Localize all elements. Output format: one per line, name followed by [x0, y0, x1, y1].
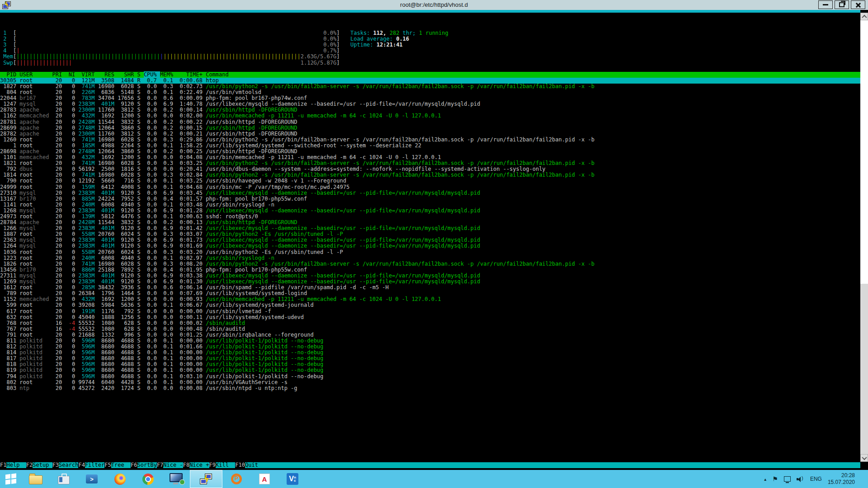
server-manager-icon [58, 476, 70, 484]
fkey-F2[interactable]: F2 [26, 462, 33, 468]
start-button[interactable] [0, 470, 22, 488]
fkey-label-F7[interactable]: Nice - [163, 462, 183, 468]
swap-meter: Swp[||||||||||||||||| 1.12G/5.87G] [0, 60, 860, 66]
minimize-icon [823, 4, 828, 5]
putty-icon: ϟ [199, 473, 213, 485]
fkey-F3[interactable]: F3 [52, 462, 59, 468]
fkey-label-F5[interactable]: Tree [111, 462, 131, 468]
taskbar-item-powershell[interactable]: > [78, 470, 106, 488]
chevron-down-icon [862, 455, 867, 460]
tray-overflow-button[interactable]: ▴ [764, 477, 766, 482]
powershell-icon: > [86, 474, 98, 483]
fkey-F6[interactable]: F6 [131, 462, 137, 468]
acrobat-icon: A [259, 474, 270, 484]
fkey-label-F8[interactable]: Nice + [189, 462, 209, 468]
taskbar-item-acrobat[interactable]: A [250, 470, 278, 488]
terminal-screen[interactable]: 1 [ 0.0%] 2 [ [0, 13, 868, 470]
remote-desktop-icon [170, 473, 183, 482]
taskbar-clock[interactable]: 20:28 15.07.2020 [828, 472, 855, 486]
process-row[interactable]: 803 ntp 20 0 45272 2420 1724 S 0.0 0.0 0… [0, 385, 860, 391]
scroll-down-button[interactable] [860, 454, 868, 462]
scroll-up-button[interactable] [860, 13, 868, 20]
fkey-F8[interactable]: F8 [183, 462, 189, 468]
taskbar-item-file-explorer[interactable] [22, 470, 50, 488]
chevron-up-icon [862, 14, 867, 19]
putty-titlebar[interactable]: ϟ root@br:/etc/httpd/vhost.d [0, 0, 868, 10]
system-tray: ▴ ⚑ ) ENG 20:28 15.07.2020 [764, 470, 868, 488]
fkey-F9[interactable]: F9 [209, 462, 216, 468]
taskbar-item-poweriso[interactable] [222, 470, 250, 488]
clock-date: 15.07.2020 [828, 479, 855, 486]
windows-logo-icon [5, 474, 16, 485]
poweriso-icon [231, 474, 242, 484]
fkey-label-F1[interactable]: Help [6, 462, 26, 468]
scrollbar-thumb[interactable] [860, 284, 868, 454]
fkey-label-F2[interactable]: Setup [33, 462, 52, 468]
minimize-button[interactable] [818, 0, 833, 9]
windows-taskbar: > ϟ A Vnc ▴ ⚑ ) ENG 20:28 15.07.2020 [0, 470, 868, 488]
taskbar-item-remote-desktop[interactable] [162, 470, 190, 488]
close-button[interactable] [851, 0, 865, 9]
taskbar-item-firefox[interactable] [106, 470, 134, 488]
sort-column-cpu: CPU% [144, 71, 160, 78]
taskbar-item-putty-active[interactable]: ϟ [190, 470, 222, 488]
fkey-F10[interactable]: F10 [235, 462, 245, 468]
language-indicator[interactable]: ENG [810, 476, 822, 482]
chrome-icon [142, 474, 154, 485]
fkey-label-F6[interactable]: SortBy [137, 462, 157, 468]
clock-time: 20:28 [828, 472, 855, 479]
fkey-label-F4[interactable]: Filter [85, 462, 104, 468]
network-icon[interactable] [784, 476, 791, 482]
function-bar-fill [264, 462, 860, 468]
firefox-icon [114, 474, 126, 485]
fkey-label-F9[interactable]: Kill [216, 462, 235, 468]
taskbar-item-chrome[interactable] [134, 470, 162, 488]
fkey-label-F10[interactable]: Quit [245, 462, 264, 468]
fkey-F7[interactable]: F7 [157, 462, 163, 468]
file-explorer-icon [29, 475, 42, 484]
restore-icon [839, 2, 844, 7]
htop-output: 1 [ 0.0%] 2 [ [0, 24, 860, 391]
fkey-F5[interactable]: F5 [104, 462, 111, 468]
fkey-label-F3[interactable]: Search [59, 462, 78, 468]
uptime: Uptime: 12:21:41 [350, 42, 448, 48]
fkey-F1[interactable]: F1 [0, 462, 6, 468]
window-title: root@br:/etc/httpd/vhost.d [0, 1, 868, 8]
volume-icon[interactable]: ) [797, 476, 804, 482]
taskbar-item-server-manager[interactable] [50, 470, 78, 488]
terminal-scrollbar[interactable] [860, 13, 868, 462]
close-icon [855, 2, 861, 8]
restore-button[interactable] [835, 0, 849, 9]
htop-function-bar: F1Help F2Setup F3SearchF4FilterF5Tree F6… [0, 462, 860, 468]
vnc-icon: Vnc [287, 473, 298, 485]
htop-summary-right: Tasks: 112, 282 thr; 1 runningLoad avera… [350, 30, 448, 48]
taskbar-item-vnc[interactable]: Vnc [278, 470, 307, 488]
action-center-flag-icon[interactable]: ⚑ [772, 475, 778, 483]
fkey-F4[interactable]: F4 [78, 462, 85, 468]
